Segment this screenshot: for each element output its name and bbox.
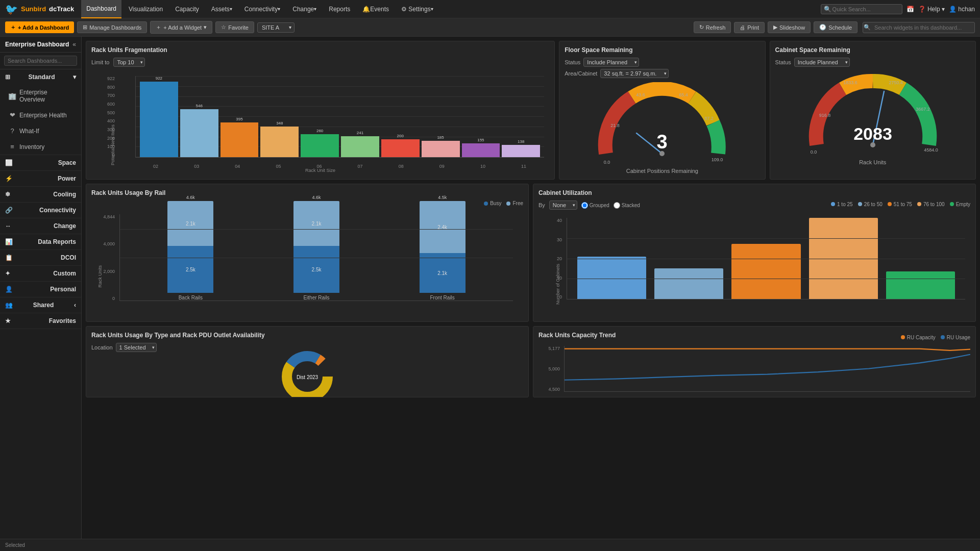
overview-icon: 🏢 [8, 92, 16, 100]
nav-change[interactable]: Change [287, 0, 322, 18]
bar-07[interactable] [341, 136, 379, 157]
bar-11[interactable] [502, 145, 540, 157]
sidebar-section-favorites: ★ Favorites [0, 313, 81, 329]
rack-trend-title: Rack Units Capacity Trend [538, 332, 616, 339]
space-icon: ⬜ [5, 159, 13, 166]
standard-arrow: ▾ [73, 73, 76, 81]
cabinet-status-select[interactable]: Include Planned [794, 58, 850, 67]
either-rail-bottom[interactable]: 2.5k [293, 246, 339, 293]
sidebar-section-power-header[interactable]: ⚡ Power [0, 171, 81, 186]
sidebar-item-inventory[interactable]: ≡ Inventory [0, 139, 81, 155]
sidebar-item-enterprise-health[interactable]: ❤ Enterprise Health [0, 107, 81, 123]
nav-assets[interactable]: Assets [206, 0, 237, 18]
util-bar-5[interactable] [886, 271, 955, 299]
util-bar-3[interactable] [731, 244, 800, 299]
help-btn[interactable]: ❓ Help ▾ [918, 6, 945, 13]
nav-visualization[interactable]: Visualization [124, 0, 168, 18]
location-label: Location [91, 344, 113, 350]
svg-text:87.2: 87.2 [705, 116, 714, 121]
nav-connectivity[interactable]: Connectivity [239, 0, 285, 18]
svg-text:0.0: 0.0 [604, 160, 610, 165]
legend-empty: Empty [950, 202, 970, 207]
bar-08[interactable] [381, 139, 420, 157]
bar-03[interactable] [180, 109, 218, 157]
floor-status-select[interactable]: Include Planned [583, 58, 639, 67]
util-bar-2[interactable] [654, 268, 723, 299]
sidebar-search-input[interactable] [4, 56, 77, 66]
sidebar-section-standard-header[interactable]: ⊞ Standard ▾ [0, 69, 81, 85]
schedule-button[interactable]: 🕐 Schedule [814, 21, 857, 33]
sidebar-section-custom-header[interactable]: ✦ Custom [0, 266, 81, 281]
cabinet-util-title: Cabinet Utilization [538, 189, 970, 196]
svg-text:21.8: 21.8 [611, 123, 620, 128]
sidebar-item-enterprise-overview[interactable]: 🏢 Enterprise Overview [0, 85, 81, 107]
sidebar-section-data-reports-header[interactable]: 📊 Data Reports [0, 234, 81, 249]
bar-05[interactable] [260, 127, 299, 157]
chart-plot-area: 922 546 395 [135, 76, 544, 158]
sidebar-section-change-header[interactable]: ↔ Change [0, 218, 81, 234]
bar-06[interactable] [301, 134, 339, 157]
cooling-label: Cooling [53, 191, 76, 198]
floor-area-controls: Area/Cabinet 32 sq.ft. = 2.97 sq.m. [565, 69, 760, 78]
svg-text:916.8: 916.8 [819, 113, 831, 118]
nav-capacity[interactable]: Capacity [170, 0, 204, 18]
limit-select[interactable]: Top 10 Top 5 Top 20 [113, 58, 145, 67]
rack-type-chart: Dist 2023 [91, 356, 523, 397]
calendar-icon[interactable]: 📅 [906, 6, 914, 13]
sidebar-section-cooling-header[interactable]: ❄ Cooling [0, 187, 81, 202]
site-select[interactable]: SITE A [257, 22, 295, 33]
back-rail-bottom[interactable]: 2.5k [167, 246, 213, 293]
slideshow-button[interactable]: ▶ Slideshow [768, 21, 811, 33]
bar-02[interactable] [140, 82, 178, 157]
favorite-button[interactable]: ☆ Favorite [215, 21, 254, 33]
util-stacked-radio[interactable]: Stacked [614, 202, 640, 209]
nav-events[interactable]: 🔔 Events [357, 0, 394, 18]
sidebar-collapse-button[interactable]: « [72, 41, 76, 48]
nav-reports[interactable]: Reports [324, 0, 355, 18]
floor-gauge-label: Cabinet Positions Remaining [565, 168, 760, 174]
sidebar-section-change: ↔ Change [0, 218, 81, 234]
floor-area-label: Area/Cabinet [565, 70, 597, 77]
util-by-select[interactable]: None [549, 201, 577, 210]
svg-text:109.0: 109.0 [712, 157, 723, 162]
manage-dashboards-button[interactable]: ⊞ Manage Dashboards [77, 21, 147, 33]
util-bar-1[interactable] [577, 257, 646, 299]
add-dashboard-button[interactable]: ＋ + Add a Dashboard [5, 21, 74, 33]
connectivity-icon: 🔗 [5, 207, 13, 214]
add-widget-button[interactable]: ＋ + Add a Widget ▾ [150, 21, 212, 34]
connectivity-label: Connectivity [39, 207, 76, 214]
bar-10[interactable] [462, 143, 500, 157]
bar-04[interactable] [220, 122, 259, 157]
bar-09[interactable] [422, 141, 460, 157]
sidebar-item-what-if[interactable]: ? What-If [0, 123, 81, 139]
either-rail-top[interactable]: 2.1k [293, 201, 339, 246]
toolbar-right: ↻ Refresh 🖨 Print ▶ Slideshow 🕐 Schedule… [694, 21, 975, 33]
sidebar-search-wrapper [0, 53, 81, 69]
util-grouped-radio[interactable]: Grouped [581, 202, 609, 209]
space-label: Space [58, 159, 76, 166]
trend-legend: RU Capacity RU Usage [901, 335, 970, 340]
back-rail-top[interactable]: 2.1k [167, 201, 213, 246]
nav-settings[interactable]: ⚙ Settings [396, 0, 438, 18]
util-controls-row: By None Grouped Stacked [538, 201, 970, 210]
floor-area-select[interactable]: 32 sq.ft. = 2.97 sq.m. [600, 69, 669, 78]
util-bar-4[interactable] [809, 218, 878, 299]
print-button[interactable]: 🖨 Print [734, 22, 765, 33]
sidebar-section-dcoi-header[interactable]: 📋 DCOI [0, 250, 81, 265]
front-rail-top[interactable]: 2.4k [420, 201, 465, 253]
user-btn[interactable]: 👤 hchan [949, 6, 975, 13]
nav-dashboard[interactable]: Dashboard [81, 0, 121, 18]
refresh-button[interactable]: ↻ Refresh [694, 21, 731, 33]
widget-search-input[interactable] [863, 22, 975, 33]
sidebar-section-shared: 👥 Shared ‹ [0, 297, 81, 313]
floor-space-title: Floor Space Remaining [565, 46, 760, 54]
front-rail-bottom[interactable]: 2.1k [420, 253, 465, 293]
sidebar-section-favorites-header[interactable]: ★ Favorites [0, 313, 81, 329]
sidebar-section-personal-header[interactable]: 👤 Personal [0, 282, 81, 297]
top-search-input[interactable] [821, 4, 902, 14]
location-select[interactable]: 1 Selected [116, 343, 157, 352]
sidebar-section-connectivity-header[interactable]: 🔗 Connectivity [0, 203, 81, 218]
sidebar-section-shared-header[interactable]: 👥 Shared ‹ [0, 297, 81, 313]
floor-area-select-wrapper: 32 sq.ft. = 2.97 sq.m. [600, 69, 669, 78]
sidebar-section-space-header[interactable]: ⬜ Space [0, 155, 81, 170]
